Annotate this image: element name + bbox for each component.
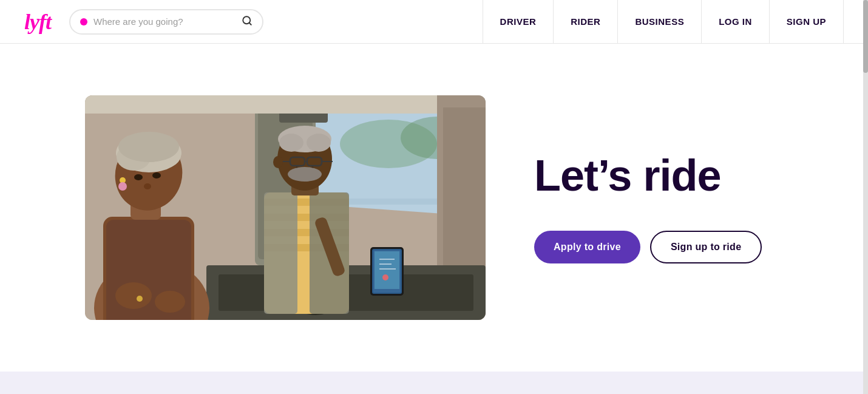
footer-section — [0, 372, 868, 394]
svg-rect-25 — [375, 251, 399, 289]
nav-signup[interactable]: SIGN UP — [769, 0, 844, 44]
search-area — [69, 9, 263, 35]
nav-driver[interactable]: DRIVER — [483, 0, 554, 44]
svg-point-29 — [382, 274, 388, 280]
header: lyft DRIVER RIDER BUSINESS LOG IN SIGN U… — [0, 0, 868, 44]
hero-buttons: Apply to drive Sign up to ride — [534, 231, 844, 263]
hero-section: Let’s ride Apply to drive Sign up to rid… — [0, 44, 868, 372]
scrollbar-thumb[interactable] — [863, 0, 868, 73]
svg-point-40 — [279, 134, 303, 152]
logo-area: lyft — [24, 11, 51, 33]
lyft-logo: lyft — [24, 11, 51, 33]
svg-point-64 — [115, 282, 152, 309]
nav-business[interactable]: BUSINESS — [617, 0, 701, 44]
car-interior-image — [85, 95, 486, 320]
svg-point-58 — [118, 132, 179, 162]
svg-rect-35 — [264, 192, 297, 314]
hero-text-area: Let’s ride Apply to drive Sign up to rid… — [486, 152, 844, 263]
hero-image — [85, 95, 486, 320]
search-button[interactable] — [242, 15, 253, 29]
search-box[interactable] — [69, 9, 263, 35]
main-nav: DRIVER RIDER BUSINESS LOG IN SIGN UP — [483, 0, 844, 44]
svg-point-60 — [118, 182, 127, 191]
hero-headline: Let’s ride — [534, 152, 844, 200]
search-input[interactable] — [93, 16, 237, 27]
search-icon — [242, 15, 253, 26]
apply-to-drive-button[interactable]: Apply to drive — [534, 231, 640, 263]
svg-point-48 — [288, 167, 322, 182]
svg-point-63 — [144, 183, 151, 189]
svg-point-41 — [307, 134, 331, 152]
location-dot-icon — [80, 18, 87, 25]
svg-rect-11 — [85, 95, 486, 114]
svg-point-61 — [134, 174, 143, 180]
svg-point-62 — [152, 172, 161, 178]
svg-point-47 — [273, 156, 283, 168]
svg-point-66 — [137, 296, 143, 302]
sign-up-to-ride-button[interactable]: Sign up to ride — [650, 231, 762, 263]
svg-line-1 — [249, 22, 251, 24]
nav-login[interactable]: LOG IN — [701, 0, 769, 44]
scrollbar-track[interactable] — [863, 0, 868, 394]
nav-rider[interactable]: RIDER — [553, 0, 617, 44]
svg-point-65 — [155, 291, 185, 313]
